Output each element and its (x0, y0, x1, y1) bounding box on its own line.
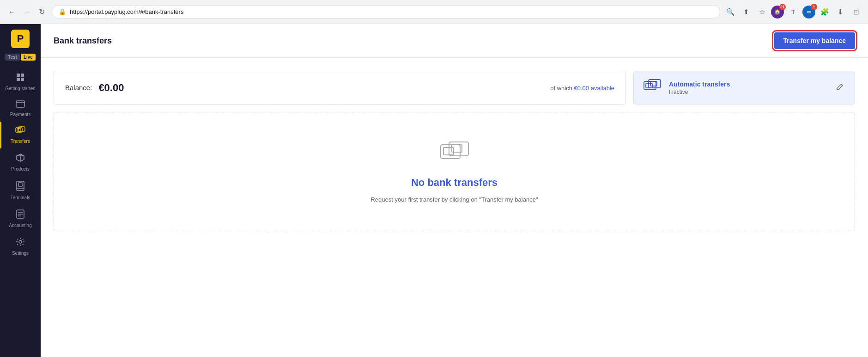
page-body: Balance: €0.00 of which €0.00 available (41, 58, 868, 357)
reload-button[interactable]: ↻ (35, 6, 48, 18)
balance-right: of which €0.00 available (550, 84, 614, 92)
svg-rect-14 (18, 183, 22, 186)
sidebar: P Test Live Getting started Payments Tra… (0, 24, 41, 357)
app-container: P Test Live Getting started Payments Tra… (0, 24, 868, 357)
getting-started-icon (16, 73, 25, 84)
extension-badge-1[interactable]: ▭ 1 (802, 6, 815, 18)
settings-icon (16, 237, 25, 249)
transfers-icon (15, 126, 25, 137)
balance-left: Balance: €0.00 (65, 82, 124, 94)
sidebar-item-getting-started[interactable]: Getting started (0, 68, 41, 96)
sidebar-item-payments[interactable]: Payments (0, 96, 41, 122)
accounting-label: Accounting (9, 223, 31, 228)
svg-rect-3 (21, 78, 24, 81)
empty-state-card: No bank transfers Request your first tra… (54, 112, 855, 231)
transfer-my-balance-button[interactable]: Transfer my balance (774, 32, 855, 49)
sidebar-item-terminals[interactable]: Terminals (0, 176, 41, 205)
empty-subtitle: Request your first transfer by clicking … (370, 196, 538, 203)
svg-rect-0 (17, 74, 20, 77)
balance-label: Balance: (65, 84, 92, 92)
env-switcher: Test Live (5, 54, 36, 61)
extension-payplug-badge[interactable]: 🏠 21 (771, 6, 784, 18)
auto-transfer-edit-button[interactable] (834, 81, 845, 94)
settings-label: Settings (12, 251, 29, 256)
lock-icon: 🔒 (59, 8, 66, 15)
back-button[interactable]: ← (6, 6, 18, 18)
sidebar-item-settings[interactable]: Settings (0, 233, 41, 260)
accounting-icon (16, 209, 24, 221)
payments-icon (16, 100, 25, 110)
forward-button[interactable]: → (20, 6, 33, 18)
sidebar-logo[interactable]: P (11, 30, 30, 48)
address-bar[interactable]: 🔒 https://portal.payplug.com/#/bank-tran… (52, 5, 720, 18)
products-label: Products (11, 166, 29, 172)
balance-available-text: of which €0.00 available (550, 85, 614, 92)
share-btn[interactable]: ⬆ (740, 6, 753, 18)
auto-transfer-title: Automatic transfers (669, 80, 827, 88)
main-content: Bank transfers Transfer my balance Balan… (41, 24, 868, 357)
auto-transfer-card: Automatic transfers Inactive (633, 71, 855, 105)
url-text: https://portal.payplug.com/#/bank-transf… (70, 8, 183, 15)
nav-buttons: ← → ↻ (6, 6, 48, 18)
terminals-icon (16, 181, 24, 193)
env-test-badge[interactable]: Test (5, 54, 20, 61)
balance-amount: €0.00 (98, 82, 124, 94)
svg-point-19 (19, 240, 22, 243)
svg-rect-2 (17, 78, 20, 81)
svg-rect-1 (21, 74, 24, 77)
getting-started-label: Getting started (5, 86, 36, 91)
svg-rect-4 (16, 101, 24, 107)
page-title: Bank transfers (54, 36, 112, 46)
bookmark-btn[interactable]: ☆ (755, 6, 768, 18)
page-header: Bank transfers Transfer my balance (41, 24, 868, 58)
auto-transfer-icon (643, 79, 662, 97)
extension-t-btn[interactable]: T (787, 6, 800, 18)
empty-title: No bank transfers (411, 177, 498, 189)
products-icon (16, 153, 25, 165)
puzzle-btn[interactable]: 🧩 (818, 6, 831, 18)
available-link[interactable]: €0.00 available (574, 85, 614, 92)
sidebar-item-products[interactable]: Products (0, 148, 41, 176)
auto-transfer-status: Inactive (669, 89, 827, 95)
balance-row: Balance: €0.00 of which €0.00 available (54, 71, 855, 105)
terminals-label: Terminals (11, 195, 30, 200)
download-btn[interactable]: ⬇ (834, 6, 847, 18)
env-live-badge[interactable]: Live (21, 54, 36, 61)
payments-label: Payments (10, 112, 30, 117)
sidebar-item-accounting[interactable]: Accounting (0, 205, 41, 233)
fullscreen-btn[interactable]: ⊡ (850, 6, 862, 18)
empty-transfers-icon (440, 140, 469, 169)
browser-chrome: ← → ↻ 🔒 https://portal.payplug.com/#/ban… (0, 0, 868, 24)
browser-actions: 🔍 ⬆ ☆ 🏠 21 T ▭ 1 🧩 ⬇ ⊡ (724, 6, 862, 18)
sidebar-item-transfers[interactable]: Transfers (0, 122, 41, 148)
balance-card: Balance: €0.00 of which €0.00 available (54, 71, 626, 105)
transfers-label: Transfers (11, 139, 30, 144)
auto-transfer-info: Automatic transfers Inactive (669, 80, 827, 95)
search-browser-btn[interactable]: 🔍 (724, 6, 737, 18)
